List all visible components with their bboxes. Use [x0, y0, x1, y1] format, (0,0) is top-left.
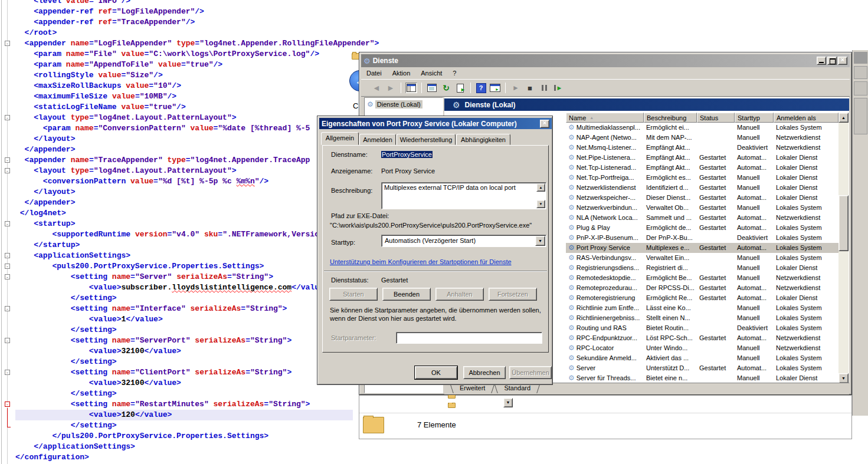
code-line[interactable]: <startup>	[15, 219, 353, 229]
code-line[interactable]: <supportedRuntime version="v4.0" sku=".N…	[15, 229, 353, 240]
uebernehmen-button[interactable]: Übernehmen	[509, 366, 552, 379]
service-row[interactable]: ⚙RPC-Endpunktzuor...Löst RPC-Sch...Gesta…	[566, 333, 838, 343]
column-header-name[interactable]: Name ▲	[566, 113, 644, 123]
starten-button[interactable]: Starten	[329, 288, 378, 301]
fold-toggle[interactable]: -	[5, 338, 10, 343]
code-line[interactable]: <setting name="ServerPort" serializeAs="…	[15, 335, 353, 346]
fold-toggle[interactable]: -	[5, 370, 10, 375]
tab-anmelden[interactable]: Anmelden	[359, 134, 396, 145]
service-row[interactable]: ⚙Routing und RASBietet Routin...Deaktivi…	[566, 323, 838, 333]
service-row[interactable]: ⚙Net.Tcp-Listenerad...Empfängt Akt...Ges…	[566, 163, 838, 173]
service-row[interactable]: ⚙Sekundäre Anmeld...Aktiviert das ...Man…	[566, 353, 838, 363]
explorer-dropdown-button[interactable]: ▼	[503, 398, 513, 407]
code-line[interactable]: <layout type="log4net.Layout.PatternLayo…	[15, 113, 353, 123]
column-header-status[interactable]: Status	[697, 113, 735, 123]
field-scroll-down-icon[interactable]: ▼	[536, 200, 545, 208]
menu-ansicht[interactable]: Ansicht	[415, 68, 447, 78]
code-line[interactable]: <param name="File" value="C:\work\logs\P…	[15, 49, 353, 60]
scrollbar-thumb[interactable]	[838, 195, 849, 251]
refresh-icon[interactable]: ↻	[440, 83, 452, 93]
code-line[interactable]: <appender-ref ref="TraceAppender"/>	[15, 17, 353, 28]
code-line[interactable]: </setting>	[15, 389, 353, 399]
column-header-anmelden[interactable]: Anmelden als	[774, 113, 838, 123]
fold-toggle[interactable]: -	[5, 157, 10, 163]
services-titlebar[interactable]: ⚙ Dienste ×	[361, 54, 850, 67]
export-list-icon[interactable]: ►	[454, 83, 466, 93]
code-line[interactable]: <staticLogFileName value="true"/>	[15, 102, 353, 113]
close-button[interactable]: ×	[838, 57, 847, 65]
code-line[interactable]: <appender-ref ref="LogFileAppender"/>	[15, 6, 353, 17]
code-line[interactable]: <value>1</value>	[15, 314, 353, 325]
code-line[interactable]: <value>120</value>	[15, 410, 353, 420]
service-row[interactable]: ⚙NetzwerklistendienstIdentifiziert d...G…	[566, 183, 838, 193]
ok-button[interactable]: OK	[415, 366, 457, 379]
code-line[interactable]: <setting name="ClientPort" serializeAs="…	[15, 367, 353, 378]
service-row[interactable]: ⚙ServerUnterstützt D...GestartetAutomat.…	[566, 363, 838, 373]
fold-toggle[interactable]: -	[5, 264, 10, 269]
column-header-beschreibung[interactable]: Beschreibung	[644, 113, 697, 123]
startparameter-input[interactable]	[396, 332, 542, 344]
fortsetzen-button[interactable]: Fortsetzen	[489, 288, 537, 301]
fold-toggle[interactable]: -	[5, 306, 10, 311]
code-line[interactable]: <value>subscriber.lloydslistintelligence…	[15, 282, 353, 293]
service-row[interactable]: ⚙Remoteprozedurau...Der RPCSS-Di...Gesta…	[566, 283, 838, 293]
code-line[interactable]: <appender name="LogFileAppender" type="l…	[15, 38, 353, 49]
chevron-down-icon[interactable]: ▼	[535, 236, 545, 246]
help-icon[interactable]: ?	[475, 83, 487, 93]
code-line[interactable]: </setting>	[15, 357, 353, 367]
service-row[interactable]: ⚙RPC-LocatorUnter Windo...ManuellNetzwer…	[566, 343, 838, 353]
tab-abhaengigkeiten[interactable]: Abhängigkeiten	[456, 134, 510, 145]
fold-toggle[interactable]: -	[5, 402, 10, 407]
code-line[interactable]: <setting name="Server" serializeAs="Stri…	[15, 272, 353, 282]
service-row[interactable]: ⚙RemoteregistrierungErmöglicht Re...Gest…	[566, 293, 838, 303]
fold-toggle[interactable]: -	[5, 41, 10, 46]
menu-datei[interactable]: Datei	[361, 68, 387, 78]
code-line[interactable]: <level value="INFO"/>	[15, 0, 353, 6]
code-line[interactable]: <layout type="log4net.Layout.PatternLayo…	[15, 166, 353, 176]
service-row[interactable]: ⚙PnP-X-IP-Busenum...Der PnP-X-Bu...Deakt…	[566, 233, 838, 243]
start-service-icon[interactable]: ►	[510, 83, 522, 93]
code-line[interactable]: <param name="AppendToFile" value="true"/…	[15, 60, 353, 70]
scroll-down-icon[interactable]: ▼	[838, 373, 849, 383]
starttyp-select[interactable]: Automatisch (Verzögerter Start) ▼	[381, 235, 546, 247]
dialog-close-icon[interactable]: ×	[540, 120, 549, 128]
service-row[interactable]: ⚙Net.Tcp-Portfreiga...Ermöglicht es...Ge…	[566, 173, 838, 183]
service-row[interactable]: ⚙Netzwerkverbindun...Verwaltet Ob...Gest…	[566, 203, 838, 213]
services-scrollbar[interactable]: ▲ ▼	[838, 113, 849, 383]
code-line[interactable]: <appender name="TraceAppender" type="log…	[15, 155, 353, 166]
service-row[interactable]: ⚙Port Proxy ServiceMultiplexes e...Gesta…	[566, 243, 838, 253]
code-editor[interactable]: <level value="INFO"/> <appender-ref ref=…	[0, 0, 359, 464]
service-row[interactable]: ⚙Net.Pipe-Listenera...Empfängt Akt...Ges…	[566, 153, 838, 163]
service-row[interactable]: ⚙Remotedesktopdie...Ermöglicht Be...Gest…	[566, 273, 838, 283]
fold-toggle[interactable]: -	[5, 221, 10, 226]
code-line[interactable]: </setting>	[15, 293, 353, 304]
code-line[interactable]: </layout>	[15, 187, 353, 198]
fold-toggle[interactable]: -	[5, 115, 10, 120]
service-row[interactable]: ⚙Net.Msmq-Listener...Empfängt Akt...Deak…	[566, 143, 838, 153]
code-line[interactable]: </appender>	[15, 144, 353, 155]
code-line[interactable]: <maxSizeRollBackups value="10"/>	[15, 81, 353, 91]
code-line[interactable]: <value>32100</value>	[15, 378, 353, 389]
service-row[interactable]: ⚙NAP-Agent (Netwo...Mit dem NAP-...Manue…	[566, 133, 838, 143]
tree-item-dienste-lokal[interactable]: ⚙ Dienste (Lokal)	[367, 100, 422, 108]
service-row[interactable]: ⚙Netzwerkspeicher-...Dieser Dienst...Ges…	[566, 193, 838, 203]
service-row[interactable]: ⚙Plug & PlayErmöglicht de...GestartetAut…	[566, 223, 838, 233]
code-line[interactable]: </setting>	[15, 420, 353, 431]
startoptions-help-link[interactable]: Unterstützung beim Konfigurieren der Sta…	[330, 258, 512, 265]
code-line[interactable]: </puls200.PortProxyService.Properties.Se…	[15, 431, 353, 442]
service-row[interactable]: ⚙Richtlinienergebniss...Stellt einen N..…	[566, 313, 838, 323]
code-line[interactable]: <value>32100</value>	[15, 346, 353, 357]
code-line[interactable]: </log4net>	[15, 208, 353, 219]
code-line[interactable]: </setting>	[15, 325, 353, 335]
fold-toggle[interactable]: -	[5, 168, 10, 173]
code-line[interactable]: <puls200.PortProxyService.Properties.Set…	[15, 261, 353, 272]
fold-toggle[interactable]: -	[5, 274, 10, 279]
code-line[interactable]: <setting name="Interface" serializeAs="S…	[15, 304, 353, 314]
code-line[interactable]: <conversionPattern value="%d [%t] %-5p %…	[15, 176, 353, 187]
abbrechen-button[interactable]: Abbrechen	[463, 366, 506, 379]
field-scroll-up-icon[interactable]: ▲	[536, 183, 545, 192]
code-line[interactable]: </root>	[15, 28, 353, 38]
menu-aktion[interactable]: Aktion	[387, 68, 416, 78]
code-line[interactable]: </appender>	[15, 198, 353, 208]
service-row[interactable]: ⚙Server für Threads...Bietet eine n...Ma…	[566, 373, 838, 383]
